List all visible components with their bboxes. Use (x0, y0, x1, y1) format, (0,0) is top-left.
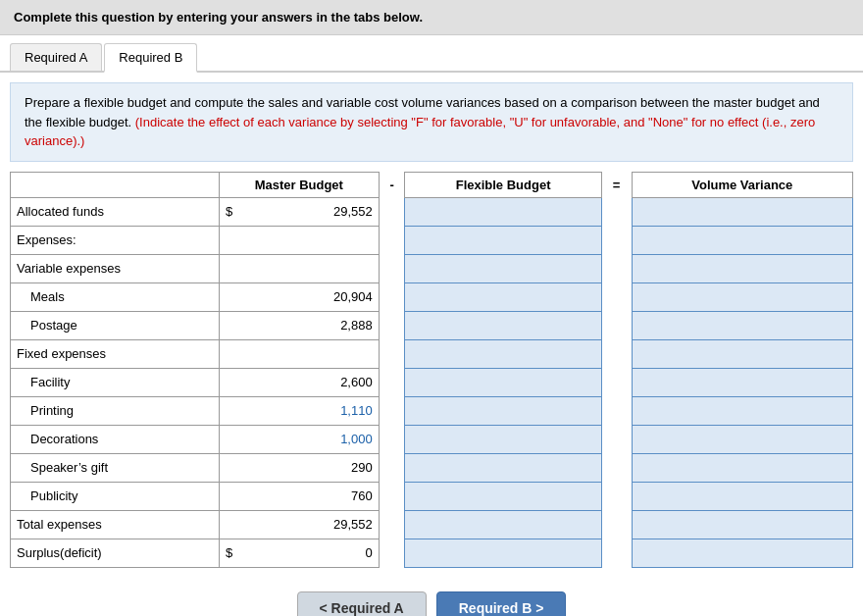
row-label: Surplus(deficit) (11, 539, 220, 567)
separator-cell (379, 197, 405, 226)
flexible-budget-input-cell[interactable] (405, 254, 601, 282)
table-row: Total expenses29,552 (11, 510, 853, 539)
volume-variance-input[interactable] (638, 286, 846, 308)
flexible-budget-input-cell[interactable] (405, 396, 601, 425)
row-label: Meals (11, 282, 220, 311)
flexible-budget-input[interactable] (411, 542, 594, 564)
volume-variance-input-cell[interactable] (632, 197, 852, 226)
description-box: Prepare a flexible budget and compute th… (10, 82, 853, 162)
flexible-budget-input-cell[interactable] (405, 226, 601, 254)
table-row: Expenses: (11, 226, 853, 254)
volume-variance-input[interactable] (638, 315, 846, 336)
master-budget-value: 760 (219, 482, 379, 510)
master-budget-value (219, 254, 379, 282)
flexible-budget-input-cell[interactable] (405, 311, 601, 339)
volume-variance-input[interactable] (638, 429, 846, 450)
volume-variance-input[interactable] (638, 372, 846, 393)
budget-table: Master Budget - Flexible Budget = Volume… (10, 172, 853, 568)
volume-variance-input[interactable] (638, 542, 846, 564)
flexible-budget-input-cell[interactable] (405, 482, 601, 510)
flexible-budget-input[interactable] (411, 315, 594, 336)
flexible-budget-input[interactable] (411, 201, 594, 223)
row-label: Postage (11, 311, 220, 339)
flexible-budget-input-cell[interactable] (405, 510, 601, 539)
master-budget-value: 29,552 (219, 510, 379, 539)
flexible-budget-input-cell[interactable] (405, 425, 601, 453)
equals-cell (601, 510, 632, 539)
master-budget-value: $0 (219, 539, 379, 567)
volume-variance-input-cell[interactable] (632, 226, 852, 254)
separator-cell (379, 254, 405, 282)
equals-cell (601, 197, 632, 226)
table-row: Surplus(deficit)$0 (11, 539, 853, 567)
volume-variance-input-cell[interactable] (632, 339, 852, 368)
equals-cell (601, 282, 632, 311)
volume-variance-input[interactable] (638, 230, 846, 251)
next-button[interactable]: Required B > (436, 591, 567, 617)
volume-variance-input-cell[interactable] (632, 425, 852, 453)
separator-cell (379, 453, 405, 482)
volume-variance-input[interactable] (638, 457, 846, 479)
tabs-row: Required A Required B (0, 35, 863, 73)
equals-cell (601, 482, 632, 510)
volume-variance-input-cell[interactable] (632, 282, 852, 311)
master-budget-value: 20,904 (219, 282, 379, 311)
volume-variance-input-cell[interactable] (632, 510, 852, 539)
volume-variance-input[interactable] (638, 343, 846, 365)
flexible-budget-input[interactable] (411, 514, 594, 536)
master-budget-value (219, 226, 379, 254)
volume-variance-input-cell[interactable] (632, 311, 852, 339)
flexible-budget-input[interactable] (411, 486, 594, 507)
volume-variance-input-cell[interactable] (632, 368, 852, 396)
master-budget-value: 2,888 (219, 311, 379, 339)
equals-cell (601, 339, 632, 368)
flexible-budget-input[interactable] (411, 429, 594, 450)
table-row: Decorations1,000 (11, 425, 853, 453)
flexible-budget-input-cell[interactable] (405, 282, 601, 311)
separator-cell (379, 311, 405, 339)
separator-cell (379, 368, 405, 396)
volume-variance-input-cell[interactable] (632, 254, 852, 282)
volume-variance-input[interactable] (638, 201, 846, 223)
volume-variance-input-cell[interactable] (632, 482, 852, 510)
table-row: Printing1,110 (11, 396, 853, 425)
flexible-budget-input[interactable] (411, 457, 594, 479)
flexible-budget-input-cell[interactable] (405, 539, 601, 567)
equals-cell (601, 396, 632, 425)
col-header-master: Master Budget (219, 172, 379, 197)
instruction-bar: Complete this question by entering your … (0, 0, 863, 35)
volume-variance-input-cell[interactable] (632, 539, 852, 567)
table-row: Publicity760 (11, 482, 853, 510)
separator-cell (379, 482, 405, 510)
equals-cell (601, 311, 632, 339)
flexible-budget-input[interactable] (411, 372, 594, 393)
tab-required-b[interactable]: Required B (104, 43, 197, 73)
tab-required-a[interactable]: Required A (10, 43, 102, 71)
flexible-budget-input-cell[interactable] (405, 339, 601, 368)
row-label: Speaker’s gift (11, 453, 220, 482)
volume-variance-input[interactable] (638, 258, 846, 280)
flexible-budget-input-cell[interactable] (405, 368, 601, 396)
flexible-budget-input[interactable] (411, 258, 594, 280)
row-label: Fixed expenses (11, 339, 220, 368)
table-row: Speaker’s gift290 (11, 453, 853, 482)
volume-variance-input[interactable] (638, 514, 846, 536)
volume-variance-input[interactable] (638, 486, 846, 507)
volume-variance-input[interactable] (638, 400, 846, 422)
flexible-budget-input-cell[interactable] (405, 197, 601, 226)
table-row: Facility2,600 (11, 368, 853, 396)
volume-variance-input-cell[interactable] (632, 396, 852, 425)
flexible-budget-input[interactable] (411, 230, 594, 251)
flexible-budget-input[interactable] (411, 343, 594, 365)
flexible-budget-input-cell[interactable] (405, 453, 601, 482)
separator-cell (379, 282, 405, 311)
col-equals: = (601, 172, 632, 197)
row-label: Expenses: (11, 226, 220, 254)
flexible-budget-input[interactable] (411, 286, 594, 308)
prev-button[interactable]: < Required A (297, 591, 427, 617)
row-label: Allocated funds (11, 197, 220, 226)
volume-variance-input-cell[interactable] (632, 453, 852, 482)
flexible-budget-input[interactable] (411, 400, 594, 422)
table-row: Postage2,888 (11, 311, 853, 339)
col-separator-1: - (379, 172, 405, 197)
